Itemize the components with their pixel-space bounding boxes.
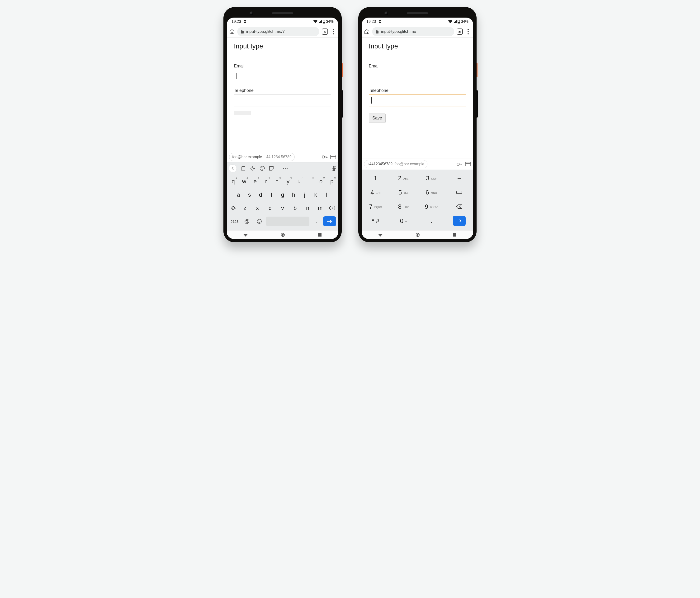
nav-back-icon[interactable]: [378, 233, 382, 236]
numpad-key-9[interactable]: 9WXYZ: [418, 199, 446, 214]
battery-icon: [323, 20, 325, 24]
period-key[interactable]: .: [311, 216, 322, 227]
nav-recent-icon[interactable]: [318, 233, 322, 237]
volume-rocker[interactable]: [342, 90, 343, 118]
at-key[interactable]: @: [242, 216, 252, 227]
autofill-chip[interactable]: +44123456789 foo@bar.example: [364, 160, 427, 168]
power-button[interactable]: [342, 63, 343, 77]
shift-key[interactable]: [228, 205, 239, 211]
url-bar[interactable]: input-type.glitch.me: [372, 27, 454, 36]
key-o[interactable]: o9: [316, 176, 326, 187]
svg-point-11: [285, 168, 286, 169]
front-camera: [250, 11, 253, 15]
key-m[interactable]: m: [315, 202, 325, 214]
keyboard-back-button[interactable]: [229, 164, 237, 172]
nav-home-icon[interactable]: [281, 233, 285, 237]
key-z[interactable]: z: [240, 202, 250, 214]
key-v[interactable]: v: [278, 202, 287, 214]
backspace-key[interactable]: [326, 206, 338, 210]
key-a[interactable]: a: [234, 189, 243, 200]
enter-key[interactable]: [323, 216, 336, 226]
key-u[interactable]: u7: [294, 176, 304, 187]
telephone-field[interactable]: [234, 95, 331, 106]
clipboard-icon[interactable]: [241, 166, 246, 171]
numpad-key-3[interactable]: 3DEF: [418, 171, 446, 185]
numpad-key-1[interactable]: 1: [361, 171, 390, 185]
status-bar: 19:23 34%: [361, 18, 473, 26]
key-g[interactable]: g: [278, 189, 287, 200]
home-icon[interactable]: [229, 29, 235, 34]
key-j[interactable]: j: [300, 189, 309, 200]
numpad-key-7[interactable]: 7PQRS: [361, 199, 390, 214]
card-icon[interactable]: [330, 155, 336, 159]
key-l[interactable]: l: [322, 189, 331, 200]
overflow-menu-icon[interactable]: [465, 29, 471, 34]
key-i[interactable]: i8: [305, 176, 315, 187]
home-icon[interactable]: [364, 29, 370, 34]
url-bar[interactable]: input-type.glitch.me/?: [237, 27, 319, 36]
key-w[interactable]: w2: [239, 176, 249, 187]
numpad-key-6[interactable]: 6MNO: [418, 185, 446, 199]
sticker-icon[interactable]: [269, 166, 274, 171]
key-s[interactable]: s: [245, 189, 254, 200]
numpad-key-8[interactable]: 8TUV: [390, 199, 418, 214]
power-button[interactable]: [477, 63, 477, 77]
key-e[interactable]: e3: [250, 176, 260, 187]
email-field[interactable]: [234, 70, 331, 82]
gear-icon[interactable]: [250, 166, 255, 171]
key-h[interactable]: h: [289, 189, 298, 200]
key-n[interactable]: n: [303, 202, 312, 214]
phone-left: 19:23 34% input-type.glitch.me/? :D Inpu…: [223, 7, 342, 242]
numpad-key-[interactable]: * #: [361, 214, 390, 228]
key-q[interactable]: q1: [228, 176, 238, 187]
key-d[interactable]: d: [256, 189, 265, 200]
mic-off-icon[interactable]: [332, 166, 336, 171]
numpad-enter-key[interactable]: [446, 214, 473, 228]
key-k[interactable]: k: [311, 189, 320, 200]
numpad-key-2[interactable]: 2ABC: [390, 171, 418, 185]
palette-icon[interactable]: [259, 166, 265, 171]
autofill-phone: +44123456789: [367, 162, 393, 166]
save-button[interactable]: Save: [369, 114, 385, 123]
key-icon[interactable]: [457, 162, 462, 166]
numpad-key-5[interactable]: 5JKL: [390, 185, 418, 199]
overflow-menu-icon[interactable]: [330, 29, 336, 34]
key-x[interactable]: x: [253, 202, 262, 214]
numpad-key-0[interactable]: 0+: [390, 214, 418, 228]
svg-point-8: [261, 167, 262, 167]
numpad-key-[interactable]: –: [446, 171, 473, 185]
nav-home-icon[interactable]: [416, 233, 420, 237]
volume-rocker[interactable]: [477, 90, 478, 118]
nav-back-icon[interactable]: [243, 233, 248, 236]
svg-rect-4: [242, 167, 245, 171]
key-icon[interactable]: [322, 155, 327, 159]
spacebar-key[interactable]: [266, 217, 309, 226]
keyboard-qwerty: foo@bar.example +44 1234 56789: [227, 151, 339, 239]
tab-switcher[interactable]: :D: [322, 28, 328, 35]
key-f[interactable]: f: [267, 189, 276, 200]
key-r[interactable]: r4: [261, 176, 271, 187]
key-c[interactable]: c: [265, 202, 275, 214]
telephone-field[interactable]: [369, 95, 466, 106]
key-b[interactable]: b: [291, 202, 300, 214]
autofill-chip[interactable]: foo@bar.example +44 1234 56789: [229, 153, 295, 161]
numpad-space-key[interactable]: [446, 185, 473, 199]
more-icon[interactable]: [282, 168, 288, 169]
svg-rect-3: [330, 156, 336, 157]
battery-percent: 34%: [461, 20, 469, 24]
svg-point-10: [283, 168, 284, 169]
key-y[interactable]: y6: [283, 176, 293, 187]
numpad-backspace-key[interactable]: [446, 199, 473, 214]
key-p[interactable]: p0: [327, 176, 337, 187]
svg-point-12: [286, 168, 288, 169]
tab-switcher[interactable]: :D: [457, 28, 463, 35]
symbols-key[interactable]: ?123: [229, 216, 240, 227]
numpad-key-4[interactable]: 4GHI: [361, 185, 390, 199]
card-icon[interactable]: [465, 162, 471, 166]
email-field[interactable]: [369, 70, 466, 82]
emoji-key[interactable]: [254, 216, 265, 227]
svg-point-7: [261, 168, 261, 168]
nav-recent-icon[interactable]: [453, 233, 457, 237]
numpad-key-[interactable]: .: [418, 214, 446, 228]
key-t[interactable]: t5: [272, 176, 282, 187]
